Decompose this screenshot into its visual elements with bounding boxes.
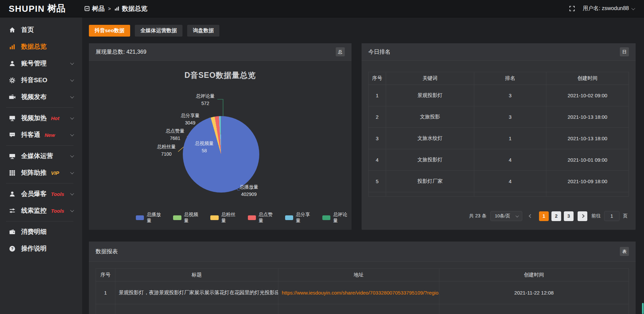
pie-label-name: 总粉丝量 — [157, 143, 176, 151]
pie-label: 总评论量572 — [196, 93, 215, 107]
tab-active[interactable]: 抖音seo数据 — [89, 25, 130, 37]
total-view-button[interactable]: 总 — [336, 47, 345, 56]
legend-label: 总播放量 — [147, 212, 165, 224]
sidebar-item[interactable]: 数据总览 — [0, 38, 82, 55]
page-size-select[interactable]: 10条/页 — [490, 211, 522, 221]
gear-icon — [9, 77, 16, 84]
table-cell-partial — [278, 304, 439, 314]
table-cell: 2021-10-13 18:00 — [546, 128, 629, 149]
chevron-down-icon — [70, 192, 74, 195]
sidebar-item[interactable]: 视频加热Hot — [0, 110, 82, 126]
table-cell: 3 — [369, 128, 386, 149]
sidebar-item-label: 账号管理 — [21, 59, 47, 68]
today-ranking-panel: 今日排名 日 序号关键词排名创建时间1景观投影灯32021-10-02 09:0… — [362, 43, 636, 230]
chart-title: D音SEO数据量总览 — [89, 70, 352, 81]
day-view-button[interactable]: 日 — [620, 47, 629, 56]
user-menu[interactable]: 用户名: zswodun88 — [583, 5, 635, 12]
table-cell: 2 — [369, 106, 386, 128]
divider — [6, 183, 73, 184]
overview-icon — [114, 6, 120, 11]
legend-swatch — [248, 215, 256, 220]
sidebar-item[interactable]: 抖客通New — [0, 126, 82, 143]
chevron-down-icon — [70, 61, 74, 65]
chart-panel-header: 展现量总数: 421,369 总 — [89, 43, 352, 61]
sidebar-item[interactable]: 全媒体运营 — [0, 148, 82, 164]
sidebar-item[interactable]: 账号管理 — [0, 55, 82, 72]
goto-page-input[interactable] — [604, 211, 620, 221]
pie-chart[interactable] — [183, 116, 259, 193]
legend-item[interactable]: 总评论量 — [322, 212, 352, 224]
sidebar-item[interactable]: 矩阵助推VIP — [0, 164, 82, 181]
member-icon — [9, 191, 16, 198]
legend-label: 总粉丝量 — [221, 212, 240, 224]
breadcrumb-label: 树品 — [92, 4, 105, 13]
panels-row: 展现量总数: 421,369 总 D音SEO数据量总览 总播放量402909总视… — [89, 43, 636, 230]
home-icon — [9, 27, 16, 34]
legend-label: 总点赞量 — [259, 212, 277, 224]
sidebar-item-tag: Tools — [51, 208, 64, 214]
breadcrumb-separator: > — [108, 6, 111, 11]
page-size-label: 10条/页 — [495, 213, 510, 219]
table-cell: 1 — [369, 85, 386, 106]
report-table: 序号标题地址创建时间1景观投影灯，夜游景观投影灯厂家展示展示落花灯在花园里的灯光… — [96, 268, 629, 314]
legend-item[interactable]: 总分享量 — [285, 212, 314, 224]
page-button[interactable]: 3 — [564, 211, 574, 221]
app-logo[interactable]: SHUPIN 树品 — [9, 4, 65, 13]
breadcrumb-item[interactable]: 数据总览 — [114, 4, 147, 13]
sidebar-item[interactable]: 消费明细 — [0, 223, 82, 240]
data-tabs: 抖音seo数据全媒体运营数据询盘数据 — [89, 25, 636, 37]
chat-icon — [9, 132, 16, 139]
goto-prefix-label: 前往 — [591, 213, 601, 219]
sidebar-item[interactable]: 线索监控Tools — [0, 202, 82, 219]
sidebar-item-label: 视频加热 — [21, 114, 47, 122]
sliders-icon — [9, 207, 16, 214]
sidebar-item-tag: Hot — [51, 115, 59, 121]
report-index-cell: 1 — [96, 281, 115, 304]
pie-label-name: 总视频量 — [195, 140, 214, 147]
pie-label-name: 总评论量 — [196, 93, 215, 100]
table-cell: 4 — [474, 149, 546, 171]
goto-suffix-label: 页 — [623, 213, 628, 219]
scrollbar-thumb[interactable] — [642, 303, 644, 314]
legend-item[interactable]: 总播放量 — [136, 212, 165, 224]
legend-item[interactable]: 总粉丝量 — [210, 212, 239, 224]
table-cell-partial — [96, 304, 115, 314]
column-header: 地址 — [278, 269, 439, 281]
page-button[interactable]: 1 — [539, 211, 549, 221]
column-header: 序号 — [96, 269, 115, 281]
monitor-icon — [9, 153, 16, 160]
table-view-button[interactable]: 表 — [620, 247, 629, 256]
page-button[interactable]: 2 — [551, 211, 561, 221]
prev-page-button[interactable] — [526, 211, 535, 221]
tab-item[interactable]: 全媒体运营数据 — [135, 25, 183, 37]
sidebar-item[interactable]: 首页 — [0, 21, 82, 38]
sidebar-item[interactable]: 视频发布 — [0, 89, 82, 105]
report-panel-body: 序号标题地址创建时间1景观投影灯，夜游景观投影灯厂家展示展示落花灯在花园里的灯光… — [89, 262, 636, 314]
chevron-down-icon — [70, 170, 74, 174]
column-header: 创建时间 — [439, 269, 629, 281]
breadcrumb-item[interactable]: 树品 — [84, 4, 105, 13]
report-link[interactable]: https://www.iesdouyin.com/share/video/70… — [282, 290, 439, 296]
sidebar-item-label: 会员爆客 — [21, 190, 47, 198]
goto-page: 前往 页 — [591, 211, 628, 221]
breadcrumb-label: 数据总览 — [122, 4, 147, 13]
sidebar-item[interactable]: 抖音SEO — [0, 72, 82, 89]
tab-item[interactable]: 询盘数据 — [187, 25, 219, 37]
legend-label: 总评论量 — [333, 212, 352, 224]
sidebar-item[interactable]: ?操作说明 — [0, 240, 82, 257]
table-cell: 5 — [369, 171, 386, 192]
sidebar-item[interactable]: 会员爆客Tools — [0, 186, 82, 202]
table-cell-partial — [546, 192, 629, 196]
pie-label-name: 总点赞量 — [166, 127, 184, 135]
report-url-cell: https://www.iesdouyin.com/share/video/70… — [278, 281, 439, 304]
table-cell: 4 — [369, 149, 386, 171]
top-header: SHUPIN 树品 树品>数据总览 用户名: zswodun88 — [0, 0, 644, 17]
legend-item[interactable]: 总点赞量 — [248, 212, 277, 224]
fullscreen-icon[interactable] — [569, 5, 575, 12]
next-page-button[interactable] — [578, 211, 587, 221]
legend-item[interactable]: 总视频量 — [173, 212, 202, 224]
table-cell: 2021-10-13 18:00 — [546, 106, 629, 128]
table-cell: 景观投影灯 — [386, 85, 474, 106]
logo-text-cn: 树品 — [47, 4, 65, 13]
table-cell: 2021-10-02 09:00 — [546, 85, 629, 106]
